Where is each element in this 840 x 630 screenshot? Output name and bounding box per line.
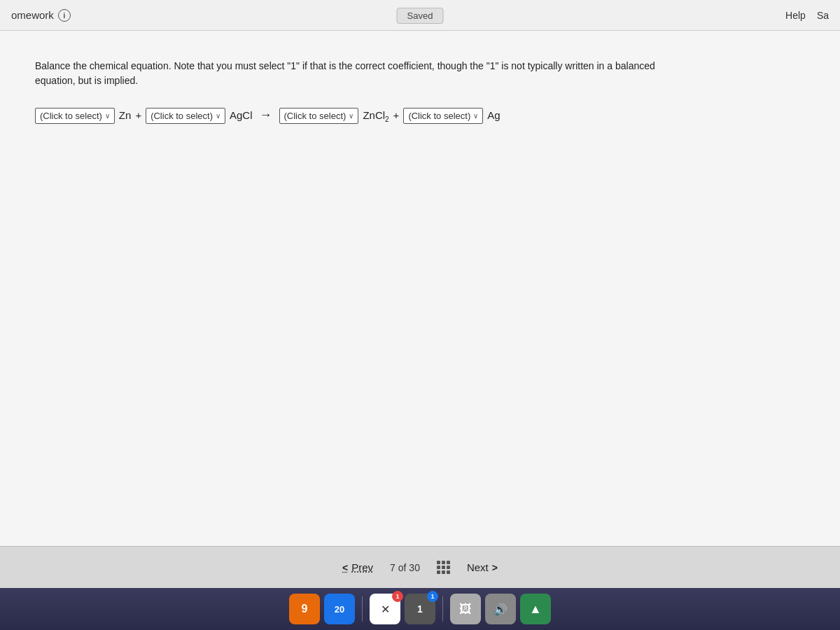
chevron-down-icon-2: ∨ xyxy=(216,112,220,120)
next-button[interactable]: Next > xyxy=(467,561,498,573)
taskbar-app3[interactable]: ✕ 1 xyxy=(370,594,400,624)
chevron-left-icon: < xyxy=(342,562,348,573)
product2-compound: Ag xyxy=(487,109,500,121)
question-instruction: Balance the chemical equation. Note that… xyxy=(35,59,665,88)
chevron-down-icon-4: ∨ xyxy=(473,112,478,120)
reaction-arrow: → xyxy=(260,108,272,122)
product1-dropdown[interactable]: (Click to select) ∨ xyxy=(279,108,359,124)
saved-badge: Saved xyxy=(397,8,444,24)
taskbar-separator-2 xyxy=(442,596,443,622)
current-page: 7 xyxy=(390,562,396,573)
total-pages: 30 xyxy=(409,562,420,573)
prev-label: Prev xyxy=(351,561,373,573)
taskbar-app4[interactable]: 1 1 xyxy=(405,594,435,624)
prev-button[interactable]: < Prev xyxy=(342,561,373,573)
help-link[interactable]: Help xyxy=(785,10,806,21)
equation-row: (Click to select) ∨ Zn + (Click to selec… xyxy=(35,108,805,124)
top-bar-right: Help Sa xyxy=(785,10,829,21)
taskbar-app1[interactable]: 9 xyxy=(289,594,320,624)
reactant1-dropdown[interactable]: (Click to select) ∨ xyxy=(35,108,115,124)
product1-compound: ZnCl2 xyxy=(363,109,388,123)
taskbar-separator-1 xyxy=(362,596,363,622)
taskbar-app2[interactable]: 20 xyxy=(324,594,355,624)
chevron-down-icon: ∨ xyxy=(105,112,110,120)
top-bar-left: omework i xyxy=(11,9,71,22)
reactant2-compound: AgCl xyxy=(230,109,253,121)
plus-sign-2: + xyxy=(393,109,400,121)
app-title: omework xyxy=(11,9,54,21)
taskbar-app6[interactable]: 🔊 xyxy=(485,594,516,624)
taskbar-app5[interactable]: 🖼 xyxy=(450,594,481,624)
top-bar-center: Saved xyxy=(397,9,444,22)
taskbar-app7[interactable]: ▲ xyxy=(520,594,551,624)
product2-dropdown[interactable]: (Click to select) ∨ xyxy=(403,108,483,124)
of-label: of xyxy=(398,562,407,573)
plus-sign-1: + xyxy=(135,109,141,121)
reactant1-compound: Zn xyxy=(119,109,132,121)
save-link[interactable]: Sa xyxy=(817,10,829,21)
next-label: Next xyxy=(467,561,489,573)
page-info: 7 of 30 xyxy=(390,562,420,573)
taskbar: 9 20 ✕ 1 1 1 🖼 🔊 ▲ xyxy=(0,588,840,630)
chevron-down-icon-3: ∨ xyxy=(349,112,354,120)
chevron-right-icon: > xyxy=(492,562,498,573)
grid-menu-icon[interactable] xyxy=(437,561,450,574)
info-icon[interactable]: i xyxy=(58,9,71,22)
reactant2-dropdown[interactable]: (Click to select) ∨ xyxy=(146,108,225,124)
bottom-navigation-bar: < Prev 7 of 30 Next > xyxy=(0,546,840,588)
main-content: Balance the chemical equation. Note that… xyxy=(0,31,840,588)
top-bar: omework i Saved Help Sa xyxy=(0,0,840,31)
